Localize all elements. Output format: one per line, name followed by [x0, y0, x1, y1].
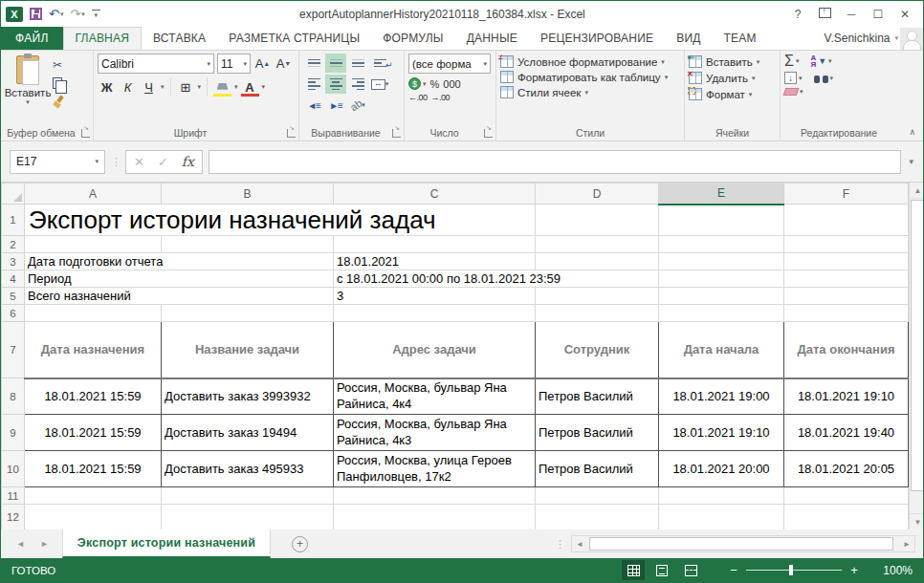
fill-button[interactable]: ↓▾	[784, 72, 803, 84]
style-2-button[interactable]: Форматировать как таблицу▾	[500, 71, 680, 83]
row-header-9[interactable]: 9	[2, 415, 25, 451]
table-data-cell-C8[interactable]: Россия, Москва, бульвар Яна Райниса, 4к4	[334, 378, 536, 415]
table-header-cell-E7[interactable]: Дата начала	[659, 322, 784, 378]
next-sheet-icon[interactable]: ►	[40, 539, 49, 549]
ribbon-display-options-button[interactable]	[811, 8, 838, 21]
cell-D2[interactable]	[536, 236, 659, 253]
info-label-cell-A4[interactable]: Период	[25, 270, 334, 288]
undo-dropdown-icon[interactable]: ▾	[60, 11, 64, 18]
new-sheet-button[interactable]: +	[292, 536, 308, 552]
cell-E4[interactable]	[659, 270, 784, 288]
sheet-tab-active[interactable]: Экспорт истории назначений	[62, 529, 271, 558]
cell-F2[interactable]	[784, 236, 909, 253]
fill-color-button[interactable]	[213, 77, 231, 97]
table-data-cell-F8[interactable]: 18.01.2021 19:10	[784, 378, 909, 415]
spreadsheet-grid[interactable]: ABCDEF1Экспорт истории назначений задач2…	[1, 183, 909, 529]
table-data-cell-A9[interactable]: 18.01.2021 15:59	[25, 415, 162, 451]
name-box[interactable]: E17▾	[10, 150, 105, 174]
column-header-A[interactable]: A	[25, 184, 162, 205]
table-data-cell-C10[interactable]: Россия, Москва, улица Героев Панфиловцев…	[334, 451, 536, 487]
font-dialog-launcher[interactable]	[287, 129, 296, 138]
cell-D3[interactable]	[536, 253, 659, 270]
table-data-cell-D9[interactable]: Петров Василий	[536, 415, 659, 451]
style-3-button[interactable]: Стили ячеек▾	[500, 86, 680, 98]
bold-button[interactable]: Ж	[98, 77, 116, 97]
table-header-cell-C7[interactable]: Адрес задачи	[334, 322, 536, 378]
row-header-5[interactable]: 5	[2, 288, 25, 305]
undo-button[interactable]: ↶▾	[49, 7, 63, 21]
scroll-up-icon[interactable]: ▲	[910, 183, 923, 199]
scroll-left-icon[interactable]: ◄	[572, 540, 587, 549]
decrease-font-button[interactable]: А▼	[275, 54, 293, 74]
cell-E11[interactable]	[659, 487, 784, 505]
cell-E6[interactable]	[659, 305, 784, 322]
table-data-cell-A10[interactable]: 18.01.2021 15:59	[25, 451, 162, 487]
cell-B11[interactable]	[162, 487, 334, 505]
row-header-10[interactable]: 10	[2, 451, 25, 487]
page-layout-view-button[interactable]	[650, 560, 673, 580]
enter-entry-icon[interactable]: ✓	[158, 155, 168, 169]
tab-главная[interactable]: ГЛАВНАЯ	[63, 27, 142, 50]
table-data-cell-C9[interactable]: Россия, Москва, бульвар Яна Райниса, 4к3	[334, 415, 536, 451]
row-header-3[interactable]: 3	[2, 253, 25, 270]
copy-button[interactable]: ▾	[53, 76, 68, 91]
column-header-E[interactable]: E	[659, 184, 784, 205]
redo-button[interactable]: ↷▾	[70, 7, 84, 21]
format-painter-button[interactable]	[53, 94, 68, 109]
table-data-cell-B8[interactable]: Доставить заказ 3993932	[162, 378, 334, 415]
formula-input[interactable]	[209, 150, 902, 174]
comma-style-button[interactable]: 000	[443, 78, 460, 90]
vertical-scroll-thumb[interactable]	[911, 200, 923, 491]
decrease-indent-button[interactable]: ◄≡	[303, 96, 324, 115]
normal-view-button[interactable]	[622, 560, 645, 580]
info-value-cell-C4[interactable]: с 18.01.2021 00:00 по 18.01.2021 23:59	[334, 270, 536, 288]
cell-F5[interactable]	[784, 288, 909, 305]
cell-F3[interactable]	[784, 253, 909, 270]
info-label-cell-A5[interactable]: Всего назначений	[25, 288, 334, 305]
table-data-cell-D10[interactable]: Петров Василий	[536, 451, 659, 487]
zoom-level[interactable]: 100%	[874, 564, 913, 577]
cell-D6[interactable]	[536, 305, 659, 322]
row-header-11[interactable]: 11	[2, 487, 25, 505]
alignment-dialog-launcher[interactable]	[392, 129, 401, 138]
name-box-splitter[interactable]: ⋮	[111, 156, 120, 168]
row-header-8[interactable]: 8	[2, 378, 25, 415]
tab-file[interactable]: ФАЙЛ	[1, 27, 63, 50]
row-header-4[interactable]: 4	[2, 270, 25, 288]
cell-E5[interactable]	[659, 288, 784, 305]
table-header-cell-B7[interactable]: Название задачи	[162, 322, 334, 378]
wrap-text-button[interactable]	[369, 54, 390, 73]
number-dialog-launcher[interactable]	[484, 129, 493, 138]
collapse-ribbon-button[interactable]: ∧	[909, 127, 915, 137]
cell-F4[interactable]	[784, 270, 909, 288]
table-data-cell-F10[interactable]: 18.01.2021 20:05	[784, 451, 909, 487]
table-data-cell-E8[interactable]: 18.01.2021 19:00	[659, 378, 784, 415]
insert-function-icon[interactable]: fx	[182, 154, 194, 169]
underline-dropdown-icon[interactable]: ▾	[161, 83, 165, 91]
cell-C12[interactable]	[334, 505, 536, 530]
table-data-cell-B10[interactable]: Доставить заказ 495933	[162, 451, 334, 487]
cells-1-button[interactable]: Вставить▾	[689, 55, 776, 68]
row-header-12[interactable]: 12	[2, 505, 25, 530]
horizontal-scroll-thumb[interactable]	[589, 537, 893, 551]
row-header-2[interactable]: 2	[2, 236, 25, 253]
cell-B6[interactable]	[162, 305, 334, 322]
align-middle-button[interactable]	[325, 54, 346, 73]
table-data-cell-D8[interactable]: Петров Василий	[536, 378, 659, 415]
paste-button[interactable]: Вставить ▾	[5, 54, 51, 125]
cell-F11[interactable]	[784, 487, 909, 505]
merge-center-button[interactable]: ▾	[369, 75, 390, 94]
cell-D12[interactable]	[536, 505, 659, 530]
table-data-cell-E9[interactable]: 18.01.2021 19:10	[659, 415, 784, 451]
underline-button[interactable]: Ч	[140, 77, 158, 97]
autosum-button[interactable]: Σ▾	[784, 54, 799, 68]
cell-E2[interactable]	[659, 236, 784, 253]
cell-E3[interactable]	[659, 253, 784, 270]
table-header-cell-A7[interactable]: Дата назначения	[25, 322, 162, 378]
scroll-right-icon[interactable]: ►	[899, 540, 914, 549]
cell-F12[interactable]	[784, 505, 909, 530]
qat-customize-button[interactable]: ▾	[92, 10, 100, 19]
column-header-B[interactable]: B	[162, 184, 334, 205]
tab-вставка[interactable]: ВСТАВКА	[142, 27, 217, 50]
excel-app-icon[interactable]: X	[6, 7, 23, 22]
